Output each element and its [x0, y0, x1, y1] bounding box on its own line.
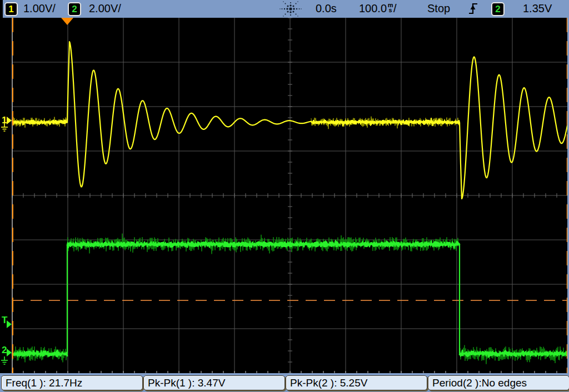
rising-edge-trigger-icon [468, 2, 478, 18]
channel2-badge: 2 [68, 2, 81, 16]
trigger-source-badge: 2 [491, 2, 505, 16]
spark-logo-icon [277, 1, 305, 19]
timebase-unit: ms [387, 3, 393, 13]
channel2-scale: 2.00V/ [89, 2, 121, 15]
svg-text:2: 2 [2, 345, 7, 355]
scope-graticule-and-traces: 1T2 [0, 18, 567, 373]
measurement-button-pkpk1[interactable]: Pk-Pk(1 ): 3.47V [143, 375, 285, 390]
timebase-readout: 100.0ms/ [359, 2, 397, 15]
top-status-bar: 1 1.00V/ 2 2.00V/ 0.0s 100.0m [0, 0, 569, 18]
timebase-value: 100.0 [359, 2, 387, 14]
channel1-badge: 1 [4, 2, 18, 16]
waveform-display: 1T2 [0, 18, 569, 373]
trigger-position-marker [61, 18, 73, 25]
channel1-scale: 1.00V/ [23, 2, 56, 15]
measurement-button-freq1[interactable]: Freq(1 ): 21.7Hz [1, 375, 143, 390]
bezel-corner [0, 0, 3, 18]
oscilloscope-screen: 1 1.00V/ 2 2.00V/ 0.0s 100.0m [0, 0, 569, 392]
measurement-bar: Freq(1 ): 21.7Hz Pk-Pk(1 ): 3.47V Pk-Pk(… [0, 373, 569, 392]
trigger-level-readout: 1.35V [523, 2, 552, 15]
measurement-button-period2[interactable]: Period(2 ):No edges [428, 375, 569, 390]
delay-readout: 0.0s [316, 2, 337, 15]
measurement-button-pkpk2[interactable]: Pk-Pk(2 ): 5.25V [286, 375, 427, 390]
run-state-readout: Stop [427, 2, 450, 15]
timebase-slash: / [393, 2, 397, 14]
